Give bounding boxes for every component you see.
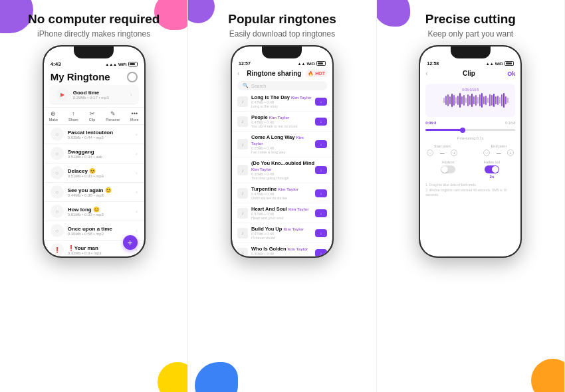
fade-out-toggle[interactable]	[485, 165, 499, 173]
svg-rect-12	[467, 94, 469, 106]
svg-rect-5	[453, 95, 455, 106]
list-item[interactable]: ○ Delacey 😊 0.51Mb • 0:33 • mp3 ›	[44, 163, 144, 183]
phone-mockup-2: 12:57 ▲▲ WiFi ‹ Ringtone sharing 🔥 HOT 🔍…	[231, 45, 334, 258]
time-marker-start: 0:06:8	[425, 121, 436, 125]
end-plus[interactable]: +	[507, 149, 514, 156]
download-btn[interactable]: ↓	[315, 209, 327, 217]
fade-in: Fade in	[441, 160, 455, 179]
svg-rect-8	[459, 93, 461, 108]
svg-rect-1	[445, 96, 447, 105]
list-item[interactable]: ♪ Come A Long Way Kim Taylor 0.25Mb • 0:…	[232, 132, 332, 157]
list-item[interactable]: ○ Swaggang 0.51Mb • 0:34 • aak ›	[44, 144, 144, 163]
tool-clip[interactable]: ✂ Clip	[89, 110, 95, 122]
panel1-subtitle: iPhone directly makes ringtones	[37, 29, 150, 39]
time-3: 12:58	[427, 61, 439, 66]
trim-slider[interactable]	[420, 128, 520, 132]
phone-notch-1	[74, 47, 114, 58]
list-item[interactable]: ♪ People Kim Taylor 0.47Mb • 0:48 You do…	[232, 112, 332, 132]
svg-rect-11	[465, 98, 467, 103]
svg-rect-15	[473, 96, 475, 104]
song-play-icon: ▶	[56, 88, 69, 101]
svg-rect-32	[507, 98, 508, 103]
list-item[interactable]: ♪ Heart And Soul Kim Taylor 0.47Mb • 0:4…	[232, 203, 332, 223]
slider-thumb[interactable]	[460, 128, 465, 133]
download-btn[interactable]: ↓	[315, 140, 327, 148]
phone-notch-3	[451, 47, 491, 58]
tool-share[interactable]: ↑ Share	[68, 110, 78, 122]
list-item[interactable]: ♪ (Do You Kno...oubled Mind Kim Taylor 0…	[232, 157, 332, 183]
panel-popular-ringtones: Popular ringtones Easily download top ri…	[188, 0, 376, 392]
svg-rect-19	[481, 93, 483, 108]
timeline: 0:06:8 0:16:8	[420, 121, 520, 125]
screen3-header: ‹ Clip Ok	[420, 68, 520, 80]
time-1: 4:43	[51, 61, 61, 67]
fade-controls: Fade in Fades out 2s	[420, 157, 520, 181]
end-minus[interactable]: −	[483, 149, 490, 156]
back-icon-3[interactable]: ‹	[425, 70, 427, 77]
start-point: Start point − — +	[427, 144, 457, 156]
tool-make[interactable]: ⊕ Make	[49, 110, 58, 122]
finetuning-label: Fine-tuning:0.1s	[420, 136, 520, 140]
hot-badge: 🔥 HOT	[306, 70, 327, 77]
svg-rect-24	[491, 95, 493, 106]
list-item[interactable]: ○ How long 😊 0.61Mb • 0:33 • mp3 ›	[44, 202, 144, 221]
waveform[interactable]: 0:05:0/10:5	[425, 84, 515, 117]
panel2-subtitle: Easily download top ringtones	[229, 29, 335, 39]
hint-2: 2. iPhone ringtone can't exceed 40 secon…	[425, 188, 515, 198]
time-marker-end: 0:16:8	[505, 121, 515, 125]
start-minus[interactable]: −	[427, 149, 433, 156]
download-btn[interactable]: ↓	[315, 166, 327, 174]
toolbar: ⊕ Make ↑ Share ✂ Clip ✎ Rename ••• Mor	[44, 107, 144, 125]
svg-rect-18	[479, 94, 481, 106]
screen2-header: ‹ Ringtone sharing 🔥 HOT	[232, 68, 332, 80]
download-btn[interactable]: ↓	[315, 189, 327, 197]
fade-out-value: 2s	[490, 175, 495, 179]
panel3-title: Precise cutting	[425, 12, 516, 27]
ringtone-list: ♪ Long Is The Day Kim Taylor 0.47Mb • 0:…	[232, 92, 332, 256]
svg-rect-27	[497, 96, 499, 105]
panel2-title: Popular ringtones	[228, 12, 336, 27]
list-item[interactable]: ♪ Build You Up Kim Taylor 0.47Mb • 0:48 …	[232, 223, 332, 243]
fade-out: Fades out 2s	[484, 160, 500, 179]
hints: 1. Drag the blue dots of both ends. 2. i…	[420, 181, 520, 199]
hint-1: 1. Drag the blue dots of both ends.	[425, 183, 515, 188]
search-icon: 🔍	[243, 83, 249, 88]
fab-add[interactable]: +	[123, 235, 138, 250]
search-bar[interactable]: 🔍 Search	[237, 81, 327, 90]
download-btn[interactable]: ↓	[315, 118, 327, 126]
fade-in-toggle[interactable]	[441, 165, 455, 173]
end-point: End point − — +	[483, 144, 514, 156]
svg-rect-0	[443, 98, 445, 103]
svg-rect-10	[463, 95, 465, 106]
download-btn[interactable]: ↓	[315, 229, 327, 237]
featured-song-meta: 0.29Mb • 0:17 • mp3	[73, 96, 130, 100]
blob-br-2	[195, 362, 238, 392]
start-plus[interactable]: +	[451, 149, 457, 156]
list-item[interactable]: ♪ Turpentine Kim Taylor 0.47Mb • 0:48 Oh…	[232, 183, 332, 203]
back-icon-2[interactable]: ‹	[237, 70, 239, 77]
song-arrow: ›	[130, 92, 132, 98]
svg-rect-23	[489, 94, 491, 106]
download-btn[interactable]: ↓	[315, 98, 327, 106]
phone-screen-3: 12:58 ▲▲ WiFi ‹ Clip Ok 0:05:0/10:5	[420, 47, 520, 256]
svg-rect-4	[451, 94, 453, 107]
svg-rect-13	[469, 96, 471, 105]
battery-3	[505, 61, 514, 66]
svg-rect-9	[461, 96, 463, 104]
phone-notch-2	[262, 47, 302, 58]
list-item[interactable]: ○ See you again 😊 0.44Mb • 0:38 • mp3 ›	[44, 183, 144, 202]
svg-rect-6	[455, 97, 457, 104]
list-item[interactable]: ♪ Long Is The Day Kim Taylor 0.47Mb • 0:…	[232, 92, 332, 112]
list-item[interactable]: ♪ Who Is Golden Kim Taylor 0.30Mb • 0:48…	[232, 243, 332, 256]
tool-more[interactable]: ••• More	[130, 110, 139, 122]
svg-rect-28	[499, 97, 501, 104]
svg-rect-30	[503, 93, 505, 108]
list-item[interactable]: ○ Pascal lentoubion 0.63Mb • 0:44 • mp3 …	[44, 125, 144, 144]
ok-button[interactable]: Ok	[507, 70, 515, 77]
gear-icon[interactable]	[127, 72, 138, 82]
tool-rename[interactable]: ✎ Rename	[106, 110, 120, 122]
download-btn[interactable]: ↓	[315, 249, 327, 257]
panel-no-computer: No computer required iPhone directly mak…	[0, 0, 188, 392]
featured-song[interactable]: ▶ Good time 0.29Mb • 0:17 • mp3 ›	[49, 85, 139, 104]
svg-rect-25	[493, 94, 495, 107]
